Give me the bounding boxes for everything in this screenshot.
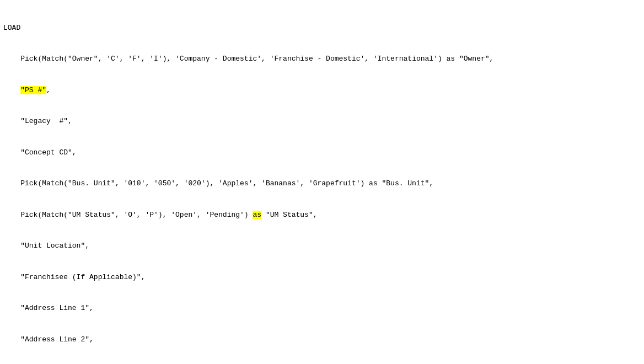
- line-legacy: "Legacy #",: [3, 116, 641, 127]
- line-unit-location: "Unit Location",: [3, 241, 641, 251]
- as-keyword-1: as: [447, 55, 455, 63]
- line-pick-um-status: Pick(Match("UM Status", 'O', 'P'), 'Open…: [3, 210, 641, 221]
- line-ps-number: "PS #",: [3, 85, 641, 96]
- line-pick-bus-unit: Pick(Match("Bus. Unit", '010', '050', '0…: [3, 179, 641, 189]
- code-editor: LOAD Pick(Match("Owner", 'C', 'F', 'I'),…: [0, 0, 644, 364]
- ps-number-highlight: "PS #": [20, 86, 46, 94]
- line-concept-cd: "Concept CD",: [3, 148, 641, 158]
- line-pick-owner: Pick(Match("Owner", 'C', 'F', 'I'), 'Com…: [3, 54, 641, 65]
- international-text: International: [378, 55, 433, 63]
- line-address-2: "Address Line 2",: [3, 335, 641, 345]
- line-franchisee: "Franchisee (If Applicable)",: [3, 272, 641, 283]
- line-address-1: "Address Line 1",: [3, 303, 641, 314]
- as-keyword-2-highlight: as: [253, 211, 261, 219]
- line-load: LOAD: [3, 23, 641, 34]
